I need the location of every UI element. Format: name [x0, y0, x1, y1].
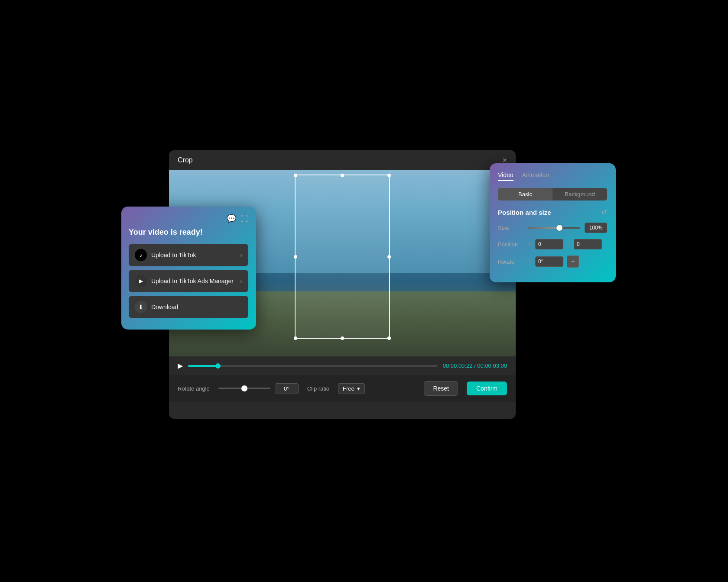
reset-button[interactable]: Reset [424, 381, 458, 396]
download-label: Download [151, 304, 178, 310]
rotate-thumb[interactable] [241, 385, 247, 391]
size-row: Size [498, 223, 607, 233]
size-slider-thumb[interactable] [556, 225, 562, 231]
tiktok-item-left: ♪ Upload to TikTok [135, 249, 196, 261]
tiktok-chevron-icon: › [240, 252, 242, 259]
crop-controls: Rotate angle Clip ratio Free ▾ Reset Con… [169, 375, 516, 402]
panel-tabs: Video Animation [498, 171, 607, 181]
time-display: 00:00:00:22 / 00:00:03:00 [443, 362, 507, 369]
time-separator: / [474, 362, 476, 369]
section-title: Position and size [498, 209, 551, 216]
time-total: 00:00:03:00 [477, 362, 507, 369]
position-size-section-header: Position and size ↺ [498, 208, 607, 217]
play-button[interactable]: ▶ [178, 362, 183, 370]
reset-position-icon[interactable]: ↺ [601, 208, 607, 217]
crop-handle-top-center[interactable] [341, 174, 344, 177]
scene: Crop × ▶ [126, 129, 602, 453]
rotate-degree-input[interactable] [535, 256, 563, 267]
list-item[interactable]: ⬇ Download [129, 296, 248, 318]
angle-input[interactable] [275, 383, 299, 394]
rotate-row: Rotate X − [498, 255, 607, 268]
rotate-minus-button[interactable]: − [567, 255, 579, 268]
position-y-label: Y [567, 241, 570, 247]
tiktok-ads-item-left: ▶ Upload to TikTok Ads Manager [135, 275, 234, 287]
card-icons-row: 💬 ⛶ [129, 214, 248, 223]
size-label: Size [498, 225, 524, 231]
playback-bar: ▶ 00:00:00:22 / 00:00:03:00 [169, 356, 516, 375]
size-value-input[interactable] [585, 223, 607, 233]
crop-handle-middle-right[interactable] [387, 255, 391, 259]
size-slider-track [528, 227, 559, 229]
crop-overlay-box[interactable] [295, 175, 390, 339]
clip-ratio-chevron-icon: ▾ [357, 385, 360, 392]
rotate-angle-label: Rotate angle [178, 385, 210, 392]
tab-video[interactable]: Video [498, 171, 514, 181]
crop-header: Crop × [169, 150, 516, 170]
toggle-basic[interactable]: Basic [498, 188, 552, 200]
crop-title: Crop [178, 156, 193, 164]
timeline-progress [188, 365, 218, 367]
rotate-slider-container [218, 383, 299, 394]
video-ready-card: 💬 ⛶ Your video is ready! ♪ Upload to Tik… [121, 207, 256, 329]
tab-animation[interactable]: Animation [522, 171, 549, 181]
card-comment-icon[interactable]: 💬 [227, 214, 236, 223]
card-title: Your video is ready! [129, 228, 248, 237]
tiktok-ads-label: Upload to TikTok Ads Manager [151, 278, 234, 285]
time-current: 00:00:00:22 [443, 362, 473, 369]
position-x-label: X [528, 241, 532, 247]
crop-handle-top-left[interactable] [294, 174, 297, 177]
size-slider[interactable] [528, 227, 580, 229]
position-x-input[interactable] [535, 239, 563, 249]
tiktok-ads-chevron-icon: › [240, 278, 242, 285]
timeline[interactable] [188, 365, 438, 367]
crop-handle-top-right[interactable] [387, 174, 391, 177]
rotate-label: Rotate [498, 259, 524, 265]
position-label: Position [498, 241, 524, 248]
position-xy-inputs: X Y [528, 239, 607, 249]
card-expand-icon[interactable]: ⛶ [240, 214, 248, 223]
tiktok-icon: ♪ [135, 249, 147, 261]
list-item[interactable]: ♪ Upload to TikTok › [129, 244, 248, 266]
rotate-x-label: X [528, 259, 532, 265]
tiktok-ads-icon: ▶ [135, 275, 147, 287]
crop-handle-bottom-center[interactable] [341, 336, 344, 340]
crop-handle-bottom-left[interactable] [294, 336, 297, 340]
position-y-input[interactable] [574, 239, 602, 249]
download-icon: ⬇ [135, 301, 147, 313]
clip-ratio-select[interactable]: Free ▾ [338, 383, 365, 394]
timeline-thumb[interactable] [215, 363, 221, 369]
rotate-slider[interactable] [218, 388, 270, 389]
download-item-left: ⬇ Download [135, 301, 178, 313]
clip-ratio-value: Free [343, 385, 354, 392]
crop-handle-bottom-right[interactable] [387, 336, 391, 340]
toggle-background[interactable]: Background [552, 188, 607, 200]
rotate-inputs: X − [528, 255, 607, 268]
clip-ratio-label: Clip ratio [307, 385, 329, 392]
confirm-button[interactable]: Confirm [467, 382, 507, 395]
list-item[interactable]: ▶ Upload to TikTok Ads Manager › [129, 270, 248, 292]
properties-panel: Video Animation Basic Background Positio… [490, 163, 615, 282]
position-row: Position X Y [498, 239, 607, 249]
tiktok-label: Upload to TikTok [151, 252, 196, 259]
panel-toggle-row: Basic Background [498, 188, 607, 200]
crop-handle-middle-left[interactable] [294, 255, 297, 259]
